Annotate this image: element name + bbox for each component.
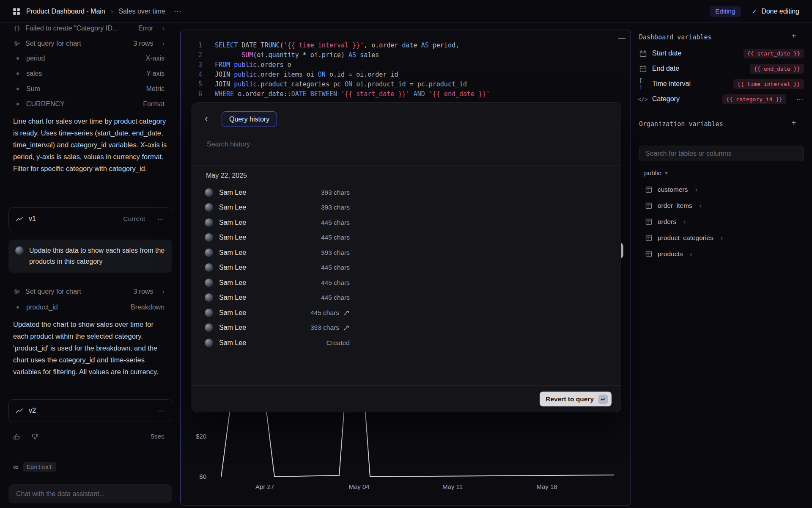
- history-entry-name: Sam Lee: [219, 294, 246, 301]
- sql-code-line: SELECT DATE_TRUNC('{{ time_interval }}',…: [202, 41, 459, 50]
- history-entry-name: Sam Lee: [219, 309, 246, 317]
- enter-key-icon: ↵: [598, 395, 608, 404]
- app-logo-icon: [13, 8, 20, 15]
- version-more-icon[interactable]: ⋯: [157, 407, 165, 415]
- history-entry[interactable]: Sam Lee393 chars: [192, 200, 363, 215]
- history-list: Sam Lee393 charsSam Lee393 charsSam Lee4…: [192, 185, 363, 351]
- history-entry-meta: 445 chars: [321, 234, 350, 241]
- add-dashboard-variable-button[interactable]: +: [789, 31, 798, 41]
- version-card-v1[interactable]: v1 Current ⋯: [8, 207, 172, 230]
- back-chevron-icon[interactable]: ‹: [205, 113, 208, 124]
- revert-to-query-button[interactable]: Revert to query ↵: [540, 392, 612, 406]
- x-axis-tick: May 18: [528, 483, 566, 490]
- table-row-order_items[interactable]: order_items›: [639, 198, 804, 214]
- variable-label: Start date: [652, 50, 681, 57]
- revert-label: Revert to query: [546, 395, 594, 403]
- query-history-tab[interactable]: Query history: [222, 111, 277, 127]
- table-search-input[interactable]: [645, 149, 798, 158]
- variable-row-category[interactable]: </>Category{{ category_id }}⋯: [639, 91, 804, 107]
- version-more-icon[interactable]: ⋯: [157, 215, 165, 223]
- history-entry[interactable]: Sam Lee445 chars: [192, 305, 363, 320]
- schema-public-toggle[interactable]: public ▾: [644, 169, 668, 177]
- field-row[interactable]: SumMetric: [13, 81, 165, 97]
- line-number: 3: [180, 60, 202, 70]
- history-entry[interactable]: Sam Lee445 chars: [192, 215, 363, 230]
- history-entry[interactable]: Sam LeeCreated: [192, 335, 363, 351]
- history-entry[interactable]: Sam Lee445 chars: [192, 230, 363, 246]
- thumbs-down-icon[interactable]: [31, 433, 38, 440]
- thumbs-up-icon[interactable]: [13, 433, 20, 440]
- version-card-v2[interactable]: v2 ⋯: [8, 399, 172, 422]
- variable-row-time-interval[interactable]: [ ]Time interval{{ time_interval }}: [639, 76, 804, 91]
- table-icon: [645, 235, 652, 241]
- field-role: Format: [143, 100, 165, 108]
- y-axis-tick: $20: [189, 433, 206, 440]
- add-organization-variable-button[interactable]: +: [789, 118, 798, 128]
- variable-label: Category: [652, 95, 680, 103]
- table-row-orders[interactable]: orders›: [639, 214, 804, 230]
- minimize-icon[interactable]: —: [618, 34, 625, 42]
- table-icon: [645, 218, 652, 225]
- avatar: [205, 203, 213, 212]
- field-role: Y-axis: [146, 70, 165, 77]
- chevron-right-icon: ›: [162, 24, 165, 33]
- field-role: Breakdown: [131, 304, 165, 311]
- history-entry[interactable]: Sam Lee393 chars: [192, 245, 363, 260]
- chevron-right-icon: ›: [700, 202, 702, 210]
- variable-more-icon[interactable]: ⋯: [796, 95, 804, 103]
- field-name: period: [26, 55, 45, 62]
- table-row-product_categories[interactable]: product_categories›: [639, 230, 804, 246]
- history-entry-name: Sam Lee: [219, 249, 246, 257]
- codetag-icon: </>: [639, 96, 647, 102]
- field-row[interactable]: CURRENCYFormat: [13, 97, 165, 112]
- divider: [192, 165, 621, 166]
- breadcrumb-dashboard[interactable]: Product Dashboard - Main: [26, 8, 105, 15]
- set-query-label: Set query for chart: [25, 288, 81, 295]
- breadcrumb-widget[interactable]: Sales over time: [118, 8, 165, 15]
- variable-token-badge: {{ end_date }}: [750, 64, 804, 74]
- dashboard-variables-header: Dashboard variables: [639, 33, 712, 41]
- table-name: order_items: [658, 202, 692, 210]
- sql-line: 5JOIN public.product_categories pc ON oi…: [180, 80, 631, 89]
- table-name: products: [658, 250, 683, 258]
- history-entry-meta: Created: [326, 339, 350, 347]
- field-role: X-axis: [146, 55, 165, 62]
- done-editing-button[interactable]: ✓ Done editing: [752, 8, 799, 15]
- sidebar-item-set-query-2[interactable]: Set query for chart 3 rows ›: [13, 285, 165, 298]
- variable-label: End date: [652, 65, 679, 72]
- history-entry[interactable]: Sam Lee445 chars: [192, 290, 363, 306]
- variable-row-start-date[interactable]: Start date{{ start_date }}: [639, 46, 804, 61]
- field-row[interactable]: product_idBreakdown: [13, 300, 165, 315]
- variable-row-end-date[interactable]: End date{{ end_date }}: [639, 61, 804, 76]
- history-search-input[interactable]: [206, 140, 444, 149]
- field-row[interactable]: periodX-axis: [13, 51, 165, 66]
- assistant-paragraph-2: Updated the chart to show sales over tim…: [13, 318, 167, 378]
- context-row[interactable]: ∞ Context: [13, 462, 56, 472]
- line-number: 4: [180, 70, 202, 80]
- sql-line: 4JOIN public.order_items oi ON o.id = oi…: [180, 70, 631, 80]
- field-name: CURRENCY: [26, 100, 65, 108]
- sliders-icon: [13, 41, 21, 47]
- table-row-products[interactable]: products›: [639, 246, 804, 262]
- brackets-icon: [ ]: [639, 77, 647, 90]
- history-entry[interactable]: Sam Lee445 chars: [192, 275, 363, 290]
- table-row-customers[interactable]: customers›: [639, 182, 804, 198]
- history-entry-name: Sam Lee: [219, 279, 246, 287]
- sidebar-item-error[interactable]: {} Failed to create "Category ID... Erro…: [13, 22, 165, 35]
- field-dot-icon: [16, 72, 19, 75]
- table-icon: [645, 186, 652, 193]
- avatar: [205, 233, 213, 242]
- breadcrumb-more-icon[interactable]: ⋯: [174, 6, 183, 16]
- sql-code-line: SUM(oi.quantity * oi.price) AS sales: [202, 50, 379, 60]
- field-row[interactable]: salesY-axis: [13, 66, 165, 81]
- sidebar-item-set-query-1[interactable]: Set query for chart 3 rows ›: [13, 37, 165, 50]
- chat-input[interactable]: [15, 490, 165, 498]
- sql-editor[interactable]: 1SELECT DATE_TRUNC('{{ time_interval }}'…: [180, 41, 631, 99]
- variable-token-badge: {{ time_interval }}: [733, 79, 804, 89]
- history-entry[interactable]: Sam Lee393 chars: [192, 320, 363, 336]
- history-entry[interactable]: Sam Lee393 chars: [192, 185, 363, 200]
- sql-line: 1SELECT DATE_TRUNC('{{ time_interval }}'…: [180, 41, 631, 50]
- history-entry[interactable]: Sam Lee445 chars: [192, 260, 363, 276]
- user-message: Update this data to show each sales from…: [8, 240, 172, 273]
- table-search-container: [639, 146, 804, 161]
